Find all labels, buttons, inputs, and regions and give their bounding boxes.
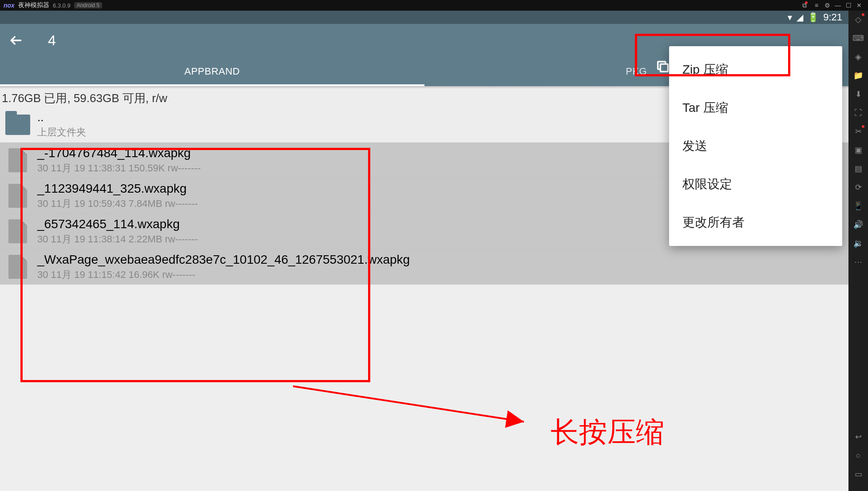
sidebar-icon-shake[interactable]: 📱 xyxy=(853,201,864,211)
window-button-notify[interactable]: ⧉ xyxy=(801,2,811,9)
file-name: _WxaPage_wxebaea9edfc283e7c_10102_46_126… xyxy=(37,252,410,267)
tab-indicator xyxy=(0,84,424,86)
file-name: _1123949441_325.wxapkg xyxy=(37,181,198,196)
sidebar-icon-fullscreen[interactable]: ⛶ xyxy=(853,107,864,118)
parent-folder-sub: 上层文件夹 xyxy=(37,126,86,139)
sidebar-icon-keyboard[interactable]: ⌨ xyxy=(853,33,864,44)
sidebar-icon-scissors[interactable]: ✂ xyxy=(853,126,864,137)
context-menu: Zip 压缩 Tar 压缩 发送 权限设定 更改所有者 xyxy=(669,46,842,246)
file-icon xyxy=(4,253,31,280)
file-sub: 30 11月 19 11:15:42 16.96K rw------- xyxy=(37,268,410,281)
folder-icon xyxy=(4,111,31,138)
sidebar-icon-rotate[interactable]: ⟳ xyxy=(853,182,864,193)
toolbar-title: 4 xyxy=(48,32,56,49)
window-button-menu[interactable]: ≡ xyxy=(811,2,822,9)
menu-item-zip[interactable]: Zip 压缩 xyxy=(669,51,842,89)
sidebar-icon-vol-down[interactable]: 🔉 xyxy=(853,238,864,249)
file-icon xyxy=(4,147,31,174)
file-sub: 30 11月 19 10:59:43 7.84MB rw------- xyxy=(37,197,198,210)
parent-folder-name: .. xyxy=(37,110,86,125)
window-button-close[interactable]: ✕ xyxy=(854,2,864,9)
window-titlebar: nox 夜神模拟器 6.3.0.9 Android 5 ⧉ ≡ ⚙ — ☐ ✕ xyxy=(0,0,868,11)
battery-charging-icon: 🔋 xyxy=(808,12,819,23)
sidebar-icon-record[interactable]: ▣ xyxy=(853,145,864,155)
android-badge: Android 5 xyxy=(74,2,102,8)
window-button-minimize[interactable]: — xyxy=(832,2,843,9)
nox-logo: nox xyxy=(4,2,15,9)
file-name: _657342465_114.wxapkg xyxy=(37,216,198,232)
file-icon xyxy=(4,182,31,209)
menu-item-permissions[interactable]: 权限设定 xyxy=(669,165,842,203)
file-row[interactable]: _WxaPage_wxebaea9edfc283e7c_10102_46_126… xyxy=(0,249,848,285)
sidebar-icon-multiplay[interactable]: ▤ xyxy=(853,163,864,174)
wifi-icon: ▾ xyxy=(788,12,792,23)
file-sub: 30 11月 19 11:38:14 2.22MB rw------- xyxy=(37,233,198,246)
menu-item-owner[interactable]: 更改所有者 xyxy=(669,203,842,242)
back-button[interactable] xyxy=(5,30,27,51)
sidebar-icon-apk[interactable]: ⬇ xyxy=(853,89,864,99)
sidebar-icon-folder[interactable]: 📁 xyxy=(853,70,864,81)
tab-appbrand[interactable]: APPBRAND xyxy=(0,57,424,86)
sidebar-icon-location[interactable]: ◈ xyxy=(853,51,864,62)
android-screen: ▾ ◢ 🔋 9:21 4 APPBRAND PKG 1.76GB 已用, 59.… xyxy=(0,11,848,491)
svg-rect-1 xyxy=(660,64,668,71)
sidebar-icon-recent[interactable]: ▭ xyxy=(853,469,864,479)
sidebar-icon-home[interactable]: ○ xyxy=(853,450,864,461)
sidebar-icon-more[interactable]: ⋯ xyxy=(853,257,864,267)
sidebar-icon-decor[interactable]: ◇ xyxy=(853,14,864,25)
file-sub: 30 11月 19 11:38:31 150.59K rw------- xyxy=(37,162,201,175)
emulator-sidebar: ◇ ⌨ ◈ 📁 ⬇ ⛶ ✂ ▣ ▤ ⟳ 📱 🔊 🔉 ⋯ ↩ ○ ▭ xyxy=(848,11,868,491)
window-title: 夜神模拟器 xyxy=(18,1,49,9)
android-statusbar: ▾ ◢ 🔋 9:21 xyxy=(0,11,848,24)
window-button-maximize[interactable]: ☐ xyxy=(843,2,854,9)
window-version: 6.3.0.9 xyxy=(53,2,71,9)
window-button-settings[interactable]: ⚙ xyxy=(822,2,832,9)
menu-item-tar[interactable]: Tar 压缩 xyxy=(669,89,842,127)
sidebar-icon-vol-up[interactable]: 🔊 xyxy=(853,219,864,230)
signal-icon: ◢ xyxy=(797,12,803,23)
sidebar-icon-back[interactable]: ↩ xyxy=(853,432,864,442)
file-name: _-1704767484_114.wxapkg xyxy=(37,145,201,161)
menu-item-send[interactable]: 发送 xyxy=(669,127,842,165)
file-icon xyxy=(4,218,31,245)
status-time: 9:21 xyxy=(823,12,842,23)
